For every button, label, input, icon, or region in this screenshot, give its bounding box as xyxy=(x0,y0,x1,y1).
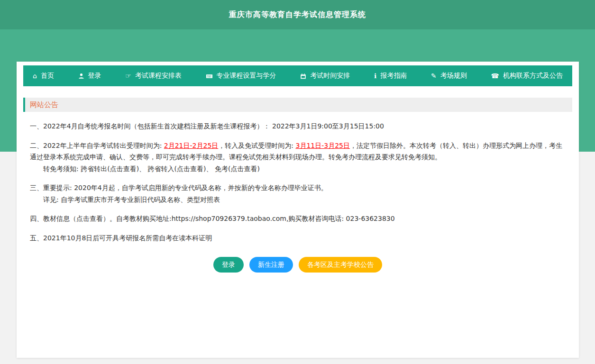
notice-2: 二、2022年上半年自学考试转出受理时间为: 2月21日-2月25日，转入及免试… xyxy=(30,140,566,175)
nav-item-label: 机构联系方式及公告 xyxy=(503,72,563,80)
separator: 、 xyxy=(206,165,215,173)
home-icon: ⌂ xyxy=(33,73,37,79)
main-card: ⌂ 首页 登录 ☞ 考试课程安排表 专业课程设置与学分 xyxy=(17,62,579,358)
notice-1: 一、2022年4月自考统考报名时间（包括新生首次建档注册及新老生课程报考）： 2… xyxy=(30,120,566,132)
nav-item-label: 专业课程设置与学分 xyxy=(217,72,276,80)
notice-2-text: 二、2022年上半年自学考试转出受理时间为: xyxy=(30,142,164,149)
nav-item-login[interactable]: 登录 xyxy=(75,65,104,86)
link-textbook-info[interactable]: （点击查看） xyxy=(70,215,110,222)
new-student-register-button[interactable]: 新生注册 xyxy=(249,257,293,273)
transfer-in-dates: 3月11日-3月25日 xyxy=(295,142,350,149)
nav-item-exam-room-rules[interactable]: ✎ 考场规则 xyxy=(428,65,470,86)
hand-pointer-icon: ☞ xyxy=(125,73,131,79)
notice-2-text: ，转入及免试受理时间为: xyxy=(218,142,295,149)
main-nav: ⌂ 首页 登录 ☞ 考试课程安排表 专业课程设置与学分 xyxy=(23,65,572,86)
link-cross-province-transfer-in[interactable]: 跨省转入(点击查看) xyxy=(148,165,206,173)
announcement-content: 一、2022年4月自考统考报名时间（包括新生首次建档注册及新老生课程报考）： 2… xyxy=(23,112,572,273)
notice-3-line1: 三、重要提示: 2020年4月起，自学考试启用新的专业代码及名称，并按新的专业名… xyxy=(30,182,566,194)
nav-item-major-courses-credits[interactable]: 专业课程设置与学分 xyxy=(203,65,279,86)
nav-item-label: 登录 xyxy=(88,72,101,80)
nav-item-label: 考试时间安排 xyxy=(310,72,350,80)
announcement-section-title: 网站公告 xyxy=(30,100,58,109)
notice-4: 四、教材信息（点击查看）。自考教材购买地址:https://shop709263… xyxy=(30,213,566,225)
info-icon: ℹ xyxy=(374,73,376,79)
link-cross-province-transfer-out[interactable]: 跨省转出(点击查看) xyxy=(81,165,139,173)
action-buttons: 登录 新生注册 各考区及主考学校公告 xyxy=(30,257,566,273)
nav-item-label: 考场规则 xyxy=(440,72,467,80)
link-exemption[interactable]: 免考(点击查看) xyxy=(215,165,260,173)
notice-2-links-line: 转免考须知: 跨省转出(点击查看)、 跨省转入(点击查看)、 免考(点击查看) xyxy=(30,163,566,175)
separator: 、 xyxy=(139,165,147,173)
notice-4-text: 四、教材信息 xyxy=(30,215,70,222)
phone-icon: ☎ xyxy=(491,73,499,79)
link-code-name-comparison-table[interactable]: 自学考试重庆市开考专业新旧代码及名称、类型对照表 xyxy=(61,196,220,203)
notice-5: 五、2021年10月8日后可开具考研报名所需自考在读本科证明 xyxy=(30,232,566,244)
nav-item-label: 首页 xyxy=(41,72,54,80)
app-title: 重庆市高等教育自学考试信息管理系统 xyxy=(229,10,366,20)
notice-3: 三、重要提示: 2020年4月起，自学考试启用新的专业代码及名称，并按新的专业名… xyxy=(30,182,566,205)
announcement-section-bar: 网站公告 xyxy=(23,98,572,112)
calendar-icon xyxy=(300,73,306,79)
nav-item-label: 考试课程安排表 xyxy=(135,72,182,80)
nav-item-exam-time-schedule[interactable]: 考试时间安排 xyxy=(297,65,353,86)
nav-item-contact-and-notices[interactable]: ☎ 机构联系方式及公告 xyxy=(488,65,566,86)
nav-item-application-guide[interactable]: ℹ 报考指南 xyxy=(371,65,410,86)
notice-4-text: 。自考教材购买地址:https://shop70926379.taobao.co… xyxy=(110,215,395,222)
detail-label: 详见: xyxy=(43,196,61,203)
transfer-notes-label: 转免考须知: xyxy=(43,165,81,173)
app-header: 重庆市高等教育自学考试信息管理系统 xyxy=(0,0,595,29)
page: 重庆市高等教育自学考试信息管理系统 ⌂ 首页 登录 ☞ 考试课程安排表 xyxy=(0,0,595,364)
keyboard-icon xyxy=(206,73,213,80)
user-icon xyxy=(78,73,84,79)
district-school-notice-button[interactable]: 各考区及主考学校公告 xyxy=(299,257,382,273)
nav-item-label: 报考指南 xyxy=(380,72,407,80)
nav-item-home[interactable]: ⌂ 首页 xyxy=(30,65,57,86)
notice-3-line2: 详见: 自学考试重庆市开考专业新旧代码及名称、类型对照表 xyxy=(30,194,566,206)
pencil-icon: ✎ xyxy=(431,73,437,79)
login-button[interactable]: 登录 xyxy=(213,257,244,273)
transfer-out-dates: 2月21日-2月25日 xyxy=(164,142,219,149)
notice-2-paragraph: 二、2022年上半年自学考试转出受理时间为: 2月21日-2月25日，转入及免试… xyxy=(30,140,566,163)
nav-item-exam-course-schedule[interactable]: ☞ 考试课程安排表 xyxy=(122,65,184,86)
